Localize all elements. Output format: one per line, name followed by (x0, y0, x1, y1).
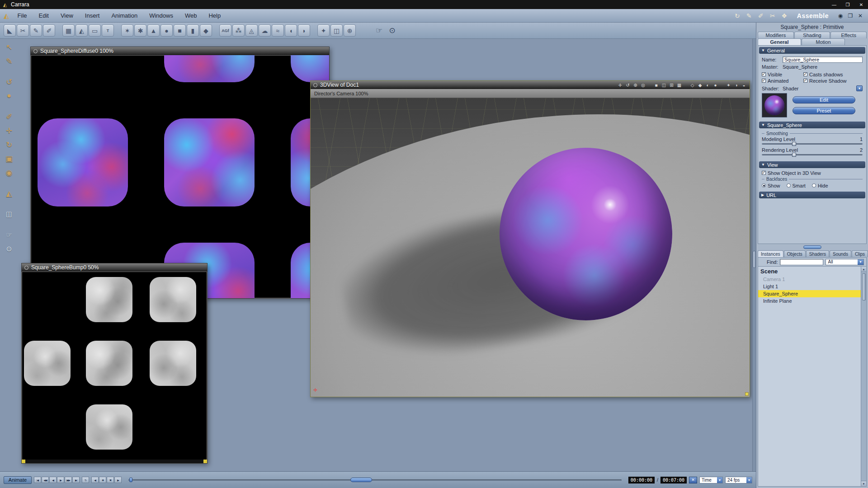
scene-root-label[interactable]: Scene (758, 267, 861, 276)
selection-tool-icon[interactable]: ↖ (3, 42, 15, 52)
camera-icon[interactable]: ◫ (3, 209, 15, 220)
tab-shading[interactable]: Shading (794, 32, 830, 38)
checkbox-animated[interactable]: ✓Animated (762, 78, 802, 84)
tab-objects[interactable]: Objects (784, 250, 806, 257)
name-input[interactable]: Square_Sphere (783, 56, 863, 63)
scene-item-square-sphere[interactable]: Square_Sphere (758, 290, 861, 297)
loop-button[interactable]: ↻ (82, 477, 89, 483)
play-button[interactable]: ▶ (57, 477, 64, 483)
two-view-icon[interactable]: ◫ (661, 83, 667, 88)
brush-mode-icon[interactable]: ✐ (756, 11, 766, 20)
target-helper-icon[interactable]: ⊕ (344, 24, 356, 37)
camera-primitive-icon[interactable]: ◫ (330, 24, 343, 37)
zoom-tool-icon[interactable]: ⊙ (386, 24, 398, 37)
star-primitive-icon[interactable]: ✶ (121, 24, 133, 37)
cone-primitive-icon[interactable]: ▲ (147, 24, 160, 37)
menu-item-help[interactable]: Help (203, 9, 226, 22)
orbit-view-tool-icon[interactable]: ↺ (3, 76, 15, 87)
next-frame-button[interactable]: ▶▶ (65, 477, 72, 483)
panel-splitter-handle[interactable] (803, 245, 821, 249)
camera-bank-icon[interactable]: ◎ (640, 83, 646, 88)
preset-shader-button[interactable]: Preset (793, 107, 855, 114)
four-view-icon[interactable]: ⊞ (669, 83, 675, 88)
scene-item-light-1[interactable]: Light 1 (758, 283, 861, 290)
fps-select[interactable]: 24 fps ▼ (725, 477, 752, 483)
restore-panel-icon[interactable]: ❐ (846, 12, 854, 20)
point-edit-tool-icon[interactable]: ✎ (3, 56, 15, 66)
viewport-resize-handle[interactable] (745, 392, 749, 396)
gear-primitive-icon[interactable]: ✱ (134, 24, 146, 37)
flat-display-icon[interactable]: ◆ (697, 83, 703, 88)
scale-tool-icon[interactable]: ▣ (3, 153, 15, 164)
timeline-start-marker[interactable] (129, 478, 132, 482)
slider-thumb[interactable] (792, 153, 796, 157)
scene-scrollbar[interactable]: ▲ ▼ (861, 267, 866, 486)
lighting-icon[interactable]: ✦ (726, 83, 731, 88)
menu-item-windows[interactable]: Windows (143, 9, 179, 22)
scene-item-infinite-plane[interactable]: Infinite Plane (758, 297, 861, 305)
slider-rendering-level[interactable] (762, 153, 863, 157)
maximize-button[interactable]: ❐ (841, 0, 854, 9)
metaball-primitive-icon[interactable]: ◖ (285, 24, 297, 37)
close-button[interactable]: ✕ (854, 0, 868, 9)
bump-window-titlebar[interactable]: Square_SphereBump0 50% (22, 263, 207, 272)
uniform-scale-tool-icon[interactable]: ◉ (3, 167, 15, 178)
scroll-thumb[interactable] (862, 273, 866, 300)
diffuse-window-titlebar[interactable]: Square_SphereDiffuse0 100% (31, 47, 329, 55)
layout-mode-icon[interactable]: ❖ (779, 11, 789, 20)
radio-hide[interactable]: Hide (812, 183, 828, 188)
tab-shaders[interactable]: Shaders (806, 250, 829, 257)
window-menu-icon[interactable] (24, 266, 28, 270)
menu-item-animation[interactable]: Animation (105, 9, 143, 22)
reflections-icon[interactable]: ◒ (741, 83, 747, 88)
animate-button[interactable]: Animate (4, 476, 32, 484)
textured-display-icon[interactable]: ● (712, 83, 718, 88)
time-mode-select[interactable]: Time ▼ (699, 477, 723, 483)
prev-frame-button[interactable]: ◀◀ (42, 477, 49, 483)
rotate-scene-icon[interactable]: ↻ (732, 11, 742, 20)
tab-sounds[interactable]: Sounds (830, 250, 851, 257)
cylinder-primitive-icon[interactable]: ▮ (187, 24, 199, 37)
bump-texture-canvas[interactable] (22, 272, 207, 463)
scene-item-camera-1[interactable]: Camera 1 (758, 276, 861, 283)
delete-keyframe-button[interactable]: ✖ (107, 477, 114, 483)
prev-keyframe-button[interactable]: ◀ (91, 477, 99, 483)
single-view-icon[interactable]: ■ (653, 83, 659, 88)
timeline-track[interactable] (128, 477, 622, 483)
particle-emitter-icon[interactable]: ⁂ (232, 24, 245, 37)
knife-mode-icon[interactable]: ✂ (768, 11, 778, 20)
tab-instances[interactable]: Instances (758, 250, 783, 257)
section-header-view[interactable]: ▼ View (759, 161, 865, 168)
checkbox-receive-shadow[interactable]: ✓Receive Shadow (803, 78, 863, 84)
polyhedron-primitive-icon[interactable]: ◆ (200, 24, 212, 37)
resize-corner-right[interactable] (203, 460, 207, 463)
panel-divider[interactable] (752, 23, 756, 488)
paint-shader-tool-icon[interactable]: ◭ (3, 188, 15, 199)
menu-item-file[interactable]: File (12, 9, 33, 22)
camera-orbit-icon[interactable]: ↺ (625, 83, 631, 88)
ocean-primitive-icon[interactable]: ≈ (272, 24, 284, 37)
menu-item-insert[interactable]: Insert (79, 9, 106, 22)
agf-model-icon[interactable]: AGf (219, 24, 231, 37)
pen-tool-icon[interactable]: ✎ (30, 24, 42, 37)
grid-icon[interactable]: ▦ (676, 83, 682, 88)
magnet-tool-icon[interactable]: ◭ (75, 24, 88, 37)
radio-smart[interactable]: Smart (787, 183, 806, 188)
working-box-icon[interactable]: ▦ (62, 24, 75, 37)
shaded-display-icon[interactable]: ◐ (705, 83, 711, 88)
rotate-tool-icon[interactable]: ↻ (3, 139, 15, 150)
resize-corner-left[interactable] (22, 460, 25, 463)
eye-icon[interactable]: ◉ (836, 12, 844, 20)
dropdown-arrow-icon[interactable]: ▼ (717, 477, 722, 483)
find-filter-select[interactable]: All ▼ (826, 259, 864, 265)
viewport-canvas[interactable]: ✛ (311, 98, 750, 397)
hand-tool-icon[interactable]: ☞ (373, 24, 385, 37)
square-sphere-object[interactable] (500, 148, 672, 320)
tab-general[interactable]: General (758, 38, 801, 45)
knife-tool-icon[interactable]: ✂ (17, 24, 29, 37)
checkbox-casts-shadows[interactable]: ✓Casts shadows (803, 71, 863, 77)
checkbox-visible[interactable]: ✓Visible (762, 71, 802, 77)
camera-pan-icon[interactable]: ✛ (617, 83, 623, 88)
section-header-url[interactable]: ▶ URL (759, 192, 865, 198)
panel-divider-grip[interactable] (753, 251, 756, 268)
